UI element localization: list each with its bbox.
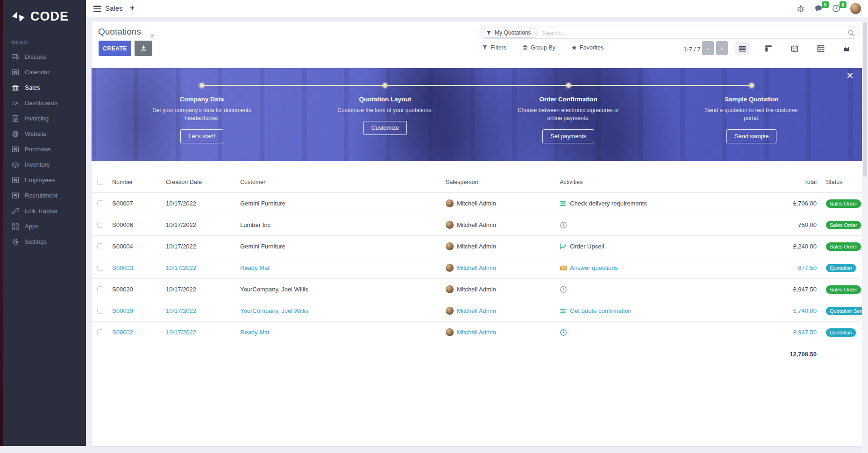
row-checkbox[interactable] (97, 243, 103, 249)
sidebar-item-website[interactable]: Website (3, 126, 86, 142)
sales-icon (12, 84, 19, 92)
brand-logo[interactable]: CODE (3, 0, 86, 24)
sidebar-item-apps[interactable]: Apps (3, 219, 86, 234)
activities-clock-icon[interactable]: 8 (832, 3, 842, 14)
column-header-salesperson[interactable]: Salesperson (443, 179, 557, 185)
dashboards-icon (12, 99, 19, 107)
list-view-icon (739, 45, 746, 52)
activity-label[interactable]: Answer questions (570, 264, 618, 271)
view-kanban-button[interactable] (761, 42, 776, 55)
pager-previous-button[interactable]: ‹ (702, 41, 714, 55)
search-input[interactable] (538, 29, 848, 36)
activity-label[interactable]: Get quote confirmation (570, 307, 632, 314)
column-header-total[interactable]: Total (761, 179, 821, 185)
row-checkbox[interactable] (97, 308, 103, 314)
filters-button[interactable]: Filters (482, 44, 506, 51)
row-checkbox[interactable] (97, 265, 103, 271)
step-dot (749, 83, 754, 88)
view-list-button[interactable] (735, 42, 749, 55)
sidebar-item-inventory[interactable]: Inventory (3, 157, 86, 172)
row-checkbox[interactable] (97, 286, 103, 292)
clock-icon[interactable] (560, 221, 567, 229)
table-row[interactable]: S00020 10/17/2022 YourCompany, Joel Will… (92, 279, 862, 300)
sidebar-item-discuss[interactable]: Discuss (3, 49, 86, 64)
activities-count-badge: 8 (840, 1, 847, 8)
sidebar-item-sales[interactable]: Sales (3, 80, 86, 95)
tasks-icon (560, 200, 567, 207)
content-card: Quotations CREATE My Quotations ✕ Filter… (92, 21, 862, 446)
row-checkbox[interactable] (97, 329, 103, 335)
column-header-number[interactable]: Number (108, 179, 163, 185)
column-header-status[interactable]: Status (821, 179, 862, 185)
activity-label[interactable]: Order Upsell (570, 243, 604, 250)
sidebar-item-link-tracker[interactable]: Link Tracker (3, 203, 86, 219)
row-checkbox[interactable] (97, 222, 103, 228)
recruitment-icon (12, 192, 19, 199)
sidebar-item-recruitment[interactable]: Recruitment (3, 188, 86, 203)
facet-remove-icon[interactable]: ✕ (150, 33, 154, 39)
status-badge: Quotation (826, 264, 856, 272)
export-button[interactable] (135, 41, 152, 56)
apps-icon (12, 223, 19, 230)
messages-icon[interactable]: 5 (814, 3, 825, 14)
group-by-button[interactable]: Group By (522, 44, 555, 51)
column-header-creation-date[interactable]: Creation Date (163, 179, 237, 185)
view-pivot-button[interactable] (814, 42, 828, 55)
table-row[interactable]: S00019 10/17/2022 YourCompany, Joel Will… (92, 300, 862, 322)
sidebar: CODE MENU Discuss Calendar Sales Dashboa… (3, 0, 86, 446)
scrollbar-thumb[interactable] (863, 22, 867, 177)
search-icon[interactable] (848, 29, 855, 36)
onboarding-step-company-data: Company Data Set your company's data for… (110, 68, 293, 161)
hamburger-menu-icon[interactable] (93, 6, 101, 14)
salesperson-avatar (446, 285, 454, 293)
table-row[interactable]: S00006 10/17/2022 Lumber Inc Mitchell Ad… (92, 214, 862, 236)
trend-up-icon (560, 243, 567, 250)
table-row[interactable]: S00004 10/17/2022 Gemini Furniture Mitch… (92, 236, 862, 257)
activity-label[interactable]: Check delivery requirements (570, 200, 647, 207)
favorites-button[interactable]: Favorites (571, 44, 604, 51)
banner-close-icon[interactable] (847, 72, 855, 80)
sidebar-item-employees[interactable]: Employees (3, 172, 86, 188)
current-app-name[interactable]: Sales (105, 4, 123, 12)
filter-funnel-icon (486, 30, 491, 35)
row-total: 2,947.50 (761, 286, 821, 293)
table-row[interactable]: S00002 10/17/2022 Ready Mat Mitchell Adm… (92, 322, 862, 343)
debug-bug-icon[interactable] (797, 3, 807, 14)
table-row[interactable]: S00003 10/17/2022 Ready Mat Mitchell Adm… (92, 257, 862, 279)
select-all-checkbox[interactable] (97, 179, 103, 185)
sidebar-item-settings[interactable]: Settings (3, 234, 86, 249)
tasks-icon (560, 307, 567, 315)
sidebar-item-dashboards[interactable]: Dashboards (3, 95, 86, 111)
send-sample-button[interactable]: Send sample (726, 129, 776, 143)
create-button[interactable]: CREATE (99, 41, 131, 56)
new-tab-button[interactable]: + (130, 3, 135, 13)
row-checkbox[interactable] (97, 200, 103, 206)
status-badge: Sales Order (826, 242, 861, 251)
view-graph-button[interactable] (840, 42, 854, 55)
sidebar-item-invoicing[interactable]: Invoicing (3, 111, 86, 126)
set-payments-button[interactable]: Set payments (542, 129, 594, 143)
search-bar[interactable]: My Quotations (478, 27, 860, 39)
clock-icon[interactable] (560, 286, 567, 293)
calendar-view-icon (791, 45, 798, 52)
status-badge: Quotation (826, 328, 856, 337)
clock-icon[interactable] (560, 329, 567, 336)
sidebar-item-calendar[interactable]: Calendar (3, 64, 86, 80)
column-header-activities[interactable]: Activities (557, 179, 761, 185)
pager-next-button[interactable]: › (716, 41, 728, 55)
vertical-scrollbar[interactable] (862, 17, 868, 453)
view-calendar-button[interactable] (788, 42, 802, 55)
column-header-customer[interactable]: Customer (237, 179, 443, 185)
row-total: 750.00 (761, 221, 821, 228)
search-facet-my-quotations[interactable]: My Quotations (481, 28, 538, 38)
lets-start-button[interactable]: Let's start! (180, 129, 223, 143)
inventory-icon (12, 161, 19, 169)
customize-button[interactable]: Customize (363, 121, 407, 135)
menu-section-label: MENU (11, 40, 86, 45)
brand-name: CODE (30, 9, 69, 24)
topbar: Sales + 5 8 (86, 0, 868, 17)
user-avatar[interactable] (850, 3, 861, 14)
step-dot (566, 83, 571, 88)
sidebar-item-purchase[interactable]: Purchase (3, 142, 86, 157)
table-row[interactable]: S00007 10/17/2022 Gemini Furniture Mitch… (92, 193, 862, 214)
